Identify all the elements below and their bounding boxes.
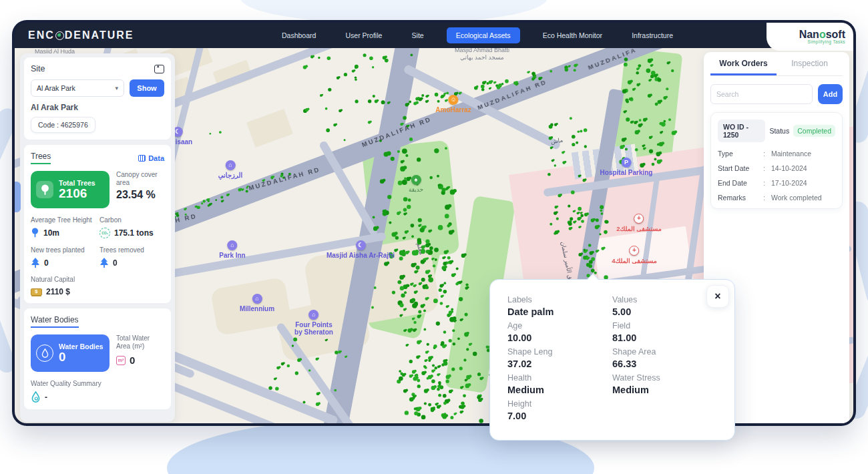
water-area-label: Total Water Area (m²) <box>116 334 164 350</box>
nav-site[interactable]: Site <box>405 27 431 43</box>
trees-card: Trees Data <box>24 145 171 303</box>
close-icon[interactable]: × <box>706 285 729 308</box>
work-order-card[interactable]: WO ID - 1250 Status Completed Type:Maint… <box>710 112 843 209</box>
trees-section-title: Trees <box>31 152 51 164</box>
table-icon <box>138 155 146 162</box>
nanosoft-logo-text: Nanosoft <box>799 29 845 39</box>
status-badge: Completed <box>793 125 835 137</box>
nav-ecological-assets[interactable]: Ecological Assets <box>447 27 520 43</box>
water-bodies-card: Water Bodies Water Bodies 0 <box>24 308 171 409</box>
metric-natural-capital: Natural Capital 2110 $ <box>31 276 164 296</box>
canopy-label: Canopy cover area <box>116 171 164 187</box>
nav-dashboard[interactable]: Dashboard <box>275 27 322 43</box>
encodenature-logo: ENC DENATURE <box>28 29 134 41</box>
total-trees-value: 2106 <box>59 187 95 200</box>
water-bodies-stat-card: Water Bodies 0 <box>31 334 110 372</box>
search-input[interactable] <box>710 84 813 104</box>
logo-text-suffix: DENATURE <box>65 29 134 41</box>
field-end-date: End Date:17-10-2024 <box>718 179 835 187</box>
metric-carbon: Carbon CO₂175.1 tons <box>99 216 164 238</box>
square-meter-icon: m² <box>116 356 126 365</box>
field-remarks: Remarks:Work completed <box>718 194 835 202</box>
chevron-down-icon: ▾ <box>115 85 118 91</box>
field-type: Type:Maintenance <box>718 150 835 158</box>
site-section-title: Site <box>31 64 154 73</box>
top-navbar: ENC DENATURE Dashboard User Profile Site… <box>15 23 853 48</box>
add-button[interactable]: Add <box>818 84 843 104</box>
main-nav: Dashboard User Profile Site Ecological A… <box>275 23 680 48</box>
popup-values-column: Values5.00 Field81.00 Shape Area66.33 Wa… <box>612 292 717 422</box>
nanosoft-tagline: Simplifying Tasks <box>807 39 845 44</box>
co2-icon: CO₂ <box>99 228 110 238</box>
sidebar-edge-handle[interactable] <box>15 182 21 212</box>
water-drop-icon <box>36 344 53 362</box>
logo-text-prefix: ENC <box>28 29 55 41</box>
tree-detail-popup: LabelsDate palm Age10.00 Shape Leng37.02… <box>489 279 735 441</box>
site-card: Site Al Arak Park ▾ Show Al Arak Park Co… <box>24 57 171 140</box>
tree-planted-icon <box>31 258 40 268</box>
tree-removed-icon <box>99 258 109 268</box>
panel-tabs: Work Orders Inspection <box>710 52 843 76</box>
nanosoft-logo: Nanosoft Simplifying Tasks <box>767 23 853 51</box>
tree-height-icon <box>31 228 39 238</box>
nav-infrastructure[interactable]: Infrastructure <box>625 27 680 43</box>
metric-trees-removed: Trees removed 0 <box>99 246 164 268</box>
site-sidebar: Site Al Arak Park ▾ Show Al Arak Park Co… <box>20 53 175 422</box>
canopy-value: 23.54 % <box>116 189 164 201</box>
tab-inspection[interactable]: Inspection <box>777 52 843 75</box>
field-start-date: Start Date:14-10-2024 <box>718 164 835 172</box>
site-select[interactable]: Al Arak Park ▾ <box>31 79 124 97</box>
water-bodies-value: 0 <box>59 350 103 364</box>
leaf-fingerprint-icon <box>55 31 64 40</box>
tree-icon <box>36 181 53 198</box>
work-order-id: WO ID - 1250 <box>718 120 765 142</box>
metric-avg-tree-height: Average Tree Height 10m <box>31 216 95 238</box>
water-quality-icon <box>31 391 41 403</box>
trees-data-link[interactable]: Data <box>138 154 164 162</box>
status-label: Status <box>769 127 789 135</box>
water-area-value: 0 <box>130 354 135 366</box>
water-section-title: Water Bodies <box>31 315 79 328</box>
water-quality-summary: Water Quality Summary - <box>31 380 164 403</box>
total-trees-card: Total Trees 2106 <box>31 171 110 208</box>
collapse-panel-icon[interactable] <box>154 65 164 73</box>
nav-eco-health-monitor[interactable]: Eco Health Monitor <box>536 27 609 43</box>
popup-labels-column: LabelsDate palm Age10.00 Shape Leng37.02… <box>507 292 612 422</box>
site-code-chip: Code : 4625976 <box>31 117 95 133</box>
site-name: Al Arak Park <box>31 103 164 112</box>
page: ENC DENATURE Dashboard User Profile Site… <box>0 0 868 474</box>
metric-new-trees: New trees planted 0 <box>31 246 95 268</box>
money-icon <box>31 288 42 296</box>
tab-work-orders[interactable]: Work Orders <box>710 52 777 75</box>
nav-user-profile[interactable]: User Profile <box>339 27 389 43</box>
show-button[interactable]: Show <box>130 79 164 97</box>
